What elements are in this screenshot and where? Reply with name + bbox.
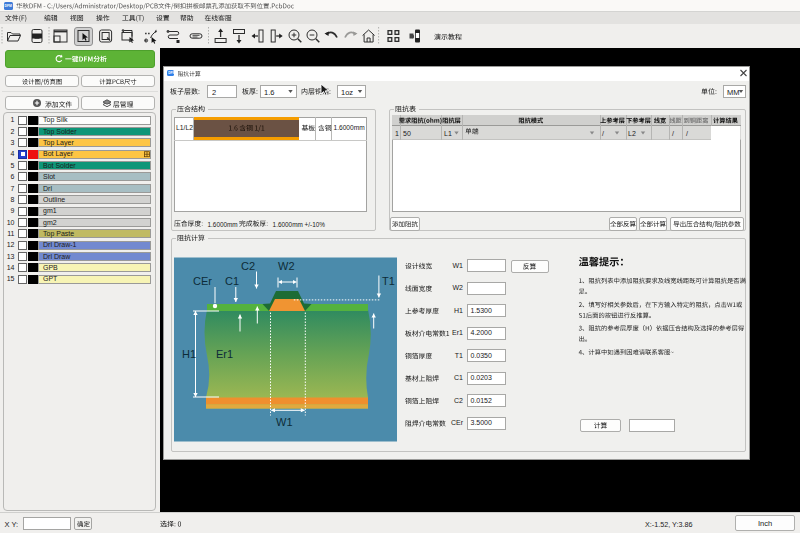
svg-text:W1: W1 bbox=[276, 416, 293, 428]
svg-text:C2: C2 bbox=[241, 260, 255, 272]
svg-text:CEr: CEr bbox=[193, 275, 212, 287]
svg-text:T1: T1 bbox=[382, 275, 395, 287]
svg-text:H1: H1 bbox=[182, 348, 196, 360]
svg-text:C1: C1 bbox=[225, 275, 239, 287]
svg-text:Er1: Er1 bbox=[216, 348, 233, 360]
svg-text:W2: W2 bbox=[278, 260, 295, 272]
